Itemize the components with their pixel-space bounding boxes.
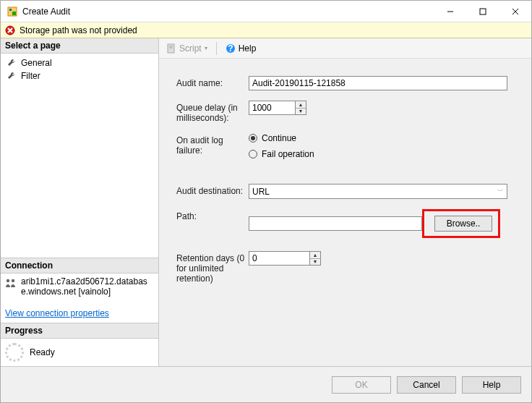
audit-name-label: Audit name:: [176, 76, 249, 88]
spin-down-icon[interactable]: ▼: [310, 259, 320, 266]
page-item-general[interactable]: General: [1, 56, 158, 69]
browse-button[interactable]: Browse..: [434, 216, 492, 232]
retention-stepper[interactable]: ▲▼: [249, 251, 321, 266]
connection-text: arib1mi1.c7aa2d506712.database.windows.n…: [21, 276, 154, 297]
svg-rect-12: [168, 44, 174, 53]
help-button[interactable]: ? Help: [223, 42, 259, 55]
error-icon: [5, 25, 15, 35]
help-button[interactable]: Help: [462, 376, 521, 394]
left-panel: Select a page General Filter Connection …: [1, 38, 159, 366]
server-icon: [5, 277, 17, 289]
page-item-label: General: [21, 58, 52, 68]
cancel-button[interactable]: Cancel: [397, 376, 456, 394]
audit-destination-select[interactable]: URL ﹀: [249, 184, 507, 199]
connection-info: arib1mi1.c7aa2d506712.database.windows.n…: [1, 273, 158, 304]
help-icon: ?: [226, 43, 236, 54]
spin-down-icon[interactable]: ▼: [296, 109, 306, 115]
error-text: Storage path was not provided: [20, 25, 137, 35]
minimize-button[interactable]: [434, 1, 466, 22]
path-input[interactable]: [249, 216, 422, 231]
audit-destination-label: Audit destination:: [176, 184, 249, 196]
window-title: Create Audit: [22, 7, 434, 17]
svg-rect-1: [9, 9, 12, 11]
page-item-filter[interactable]: Filter: [1, 69, 158, 82]
chevron-down-icon: ﹀: [497, 187, 504, 196]
on-failure-label: On audit log failure:: [176, 133, 249, 156]
radio-label: Continue: [262, 133, 296, 143]
radio-continue[interactable]: Continue: [249, 133, 314, 143]
browse-highlight: Browse..: [422, 209, 500, 238]
app-icon: [7, 6, 18, 17]
progress-header: Progress: [1, 323, 158, 339]
connection-header: Connection: [1, 258, 158, 273]
queue-delay-input[interactable]: [249, 101, 295, 115]
script-label: Script: [179, 43, 202, 54]
svg-text:?: ?: [228, 43, 233, 54]
page-item-label: Filter: [21, 71, 40, 81]
combo-value: URL: [252, 187, 270, 197]
radio-label: Fail operation: [262, 149, 314, 159]
queue-delay-stepper[interactable]: ▲▼: [249, 101, 306, 115]
ok-button[interactable]: OK: [332, 376, 391, 394]
form-area: Audit name: Queue delay (in milliseconds…: [159, 59, 531, 366]
create-audit-dialog: Create Audit Storage path was not provid…: [0, 0, 532, 403]
radio-icon: [249, 150, 257, 158]
path-label: Path:: [176, 209, 249, 221]
chevron-down-icon: ▾: [205, 45, 207, 51]
queue-delay-label: Queue delay (in milliseconds):: [176, 101, 249, 123]
spin-up-icon[interactable]: ▲: [310, 252, 320, 259]
title-bar: Create Audit: [1, 1, 531, 22]
error-bar: Storage path was not provided: [1, 22, 531, 38]
spin-up-icon[interactable]: ▲: [296, 101, 306, 109]
toolbar: Script ▾ ? Help: [159, 38, 531, 59]
close-button[interactable]: [499, 1, 531, 22]
wrench-icon: [7, 58, 17, 68]
dialog-footer: OK Cancel Help: [1, 366, 531, 402]
wrench-icon: [7, 71, 17, 81]
script-icon: [166, 43, 176, 54]
script-button[interactable]: Script ▾: [163, 42, 210, 55]
help-label: Help: [239, 43, 257, 54]
svg-rect-4: [480, 9, 486, 14]
select-page-header: Select a page: [1, 38, 158, 54]
svg-point-10: [7, 279, 9, 282]
maximize-button[interactable]: [466, 1, 499, 22]
retention-input[interactable]: [249, 251, 309, 266]
right-panel: Script ▾ ? Help Audit name: Queue delay …: [159, 38, 531, 366]
svg-rect-2: [12, 12, 16, 15]
retention-label: Retention days (0 for unlimited retentio…: [176, 251, 249, 284]
radio-fail-operation[interactable]: Fail operation: [249, 149, 314, 159]
progress-spinner-icon: [5, 343, 24, 362]
svg-point-11: [12, 279, 14, 282]
view-connection-properties-link[interactable]: View connection properties: [1, 304, 158, 323]
radio-icon: [249, 134, 257, 143]
audit-name-input[interactable]: [249, 76, 507, 90]
progress-status: Ready: [30, 347, 55, 357]
